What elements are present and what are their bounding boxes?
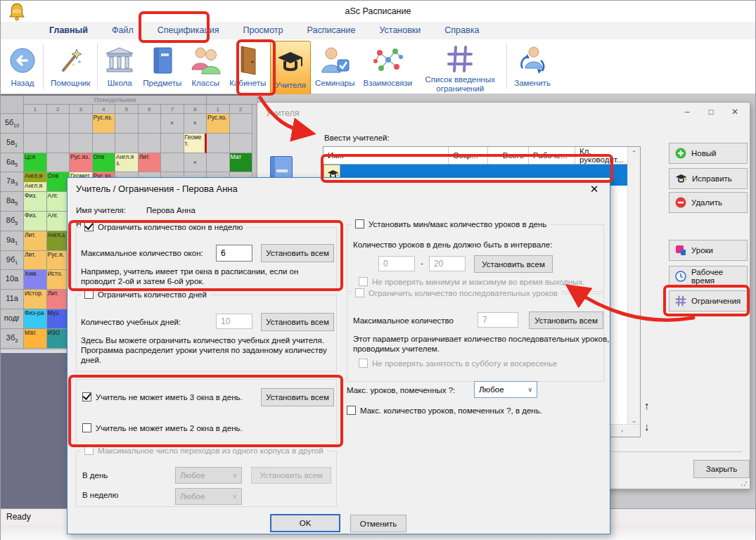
timetable-cell[interactable]: Англ.яз. xyxy=(115,153,139,173)
column-header-1[interactable]: Имя xyxy=(323,147,449,164)
menu-item-1[interactable]: Главный xyxy=(37,22,100,39)
timetable-cell[interactable] xyxy=(115,114,139,134)
day-header-next xyxy=(207,96,258,105)
timetable-cell[interactable] xyxy=(230,134,253,153)
max-consecutive-label: Максимальное количество xyxy=(353,316,454,325)
timetable-cell[interactable] xyxy=(93,134,116,153)
minimize-icon[interactable]: – xyxy=(675,104,699,120)
toolbar-classes-button[interactable]: Классы xyxy=(186,39,225,94)
timetable-cell[interactable] xyxy=(47,153,70,173)
new-button[interactable]: Новый xyxy=(669,143,748,164)
toolbar-teachers-button[interactable]: Учителя xyxy=(270,41,311,96)
move-up-button[interactable]: ↑ xyxy=(644,399,650,411)
ok-button[interactable]: OK xyxy=(270,514,340,532)
toolbar-replace-button[interactable]: Заменить xyxy=(510,39,555,94)
toolbar-wizard-button[interactable]: Помощник xyxy=(46,39,94,94)
scroll-up-icon[interactable]: ⌃ xyxy=(628,147,640,159)
limit-windows-week-checkbox[interactable] xyxy=(84,222,94,231)
minmax-checkbox[interactable] xyxy=(355,219,364,229)
cancel-button[interactable]: Отменить xyxy=(350,515,406,532)
teachers-table-header[interactable]: ИмяСокр...ВсегоРабоче...Кл. руководит...… xyxy=(323,147,640,165)
move-down-button[interactable]: ↓ xyxy=(644,420,650,432)
timetable-cell[interactable]: Лит. xyxy=(139,153,162,173)
timetable-cell[interactable] xyxy=(70,114,93,134)
maximize-icon[interactable]: □ xyxy=(699,104,723,120)
constraints-button[interactable]: Ограничения xyxy=(669,290,748,311)
timetable-cell[interactable]: Лит. xyxy=(24,231,47,251)
timetable-cell[interactable]: Геомет. xyxy=(184,134,207,153)
max-windows-input[interactable] xyxy=(216,245,252,262)
timetable-cell[interactable] xyxy=(47,114,70,134)
timetable-cell[interactable] xyxy=(115,134,139,153)
replace-icon xyxy=(518,42,546,79)
timetable-cell[interactable]: Физ. xyxy=(24,192,47,212)
lessons-button[interactable]: Уроки xyxy=(669,240,748,261)
apply-all-minmax-button[interactable]: Установить всем xyxy=(474,255,553,273)
toolbar-seminars-button[interactable]: Семинары xyxy=(311,39,359,94)
timetable-cell[interactable]: × xyxy=(184,114,207,134)
toolbar-constraints-list-button[interactable]: Список введенных ограничений xyxy=(416,39,504,94)
toolbar-classrooms-button[interactable]: Кабинеты xyxy=(225,39,270,94)
timetable-cell[interactable] xyxy=(161,153,184,173)
vertical-scrollbar[interactable]: ⌃ ⌄ xyxy=(627,147,640,426)
close-icon[interactable]: ✕ xyxy=(723,104,747,120)
column-header-3[interactable]: Всего xyxy=(488,147,529,164)
timetable-cell[interactable]: Физ. xyxy=(24,212,47,231)
toolbar-subjects-button[interactable]: Предметы xyxy=(139,39,186,94)
limit-days-checkbox[interactable] xyxy=(84,290,94,299)
resize-grip[interactable] xyxy=(741,480,748,487)
timetable-cell[interactable]: Хим. xyxy=(24,270,47,290)
timetable-cell[interactable]: Мат xyxy=(230,153,253,173)
no-3-windows-checkbox[interactable] xyxy=(82,392,91,401)
column-header-2[interactable]: Сокр... xyxy=(449,147,488,164)
no-2-windows-checkbox[interactable] xyxy=(82,423,91,432)
timetable-cell[interactable]: Истор. xyxy=(24,290,47,309)
menu-item-7[interactable]: Справка xyxy=(433,22,491,39)
marked-per-day-checkbox[interactable] xyxy=(347,406,356,415)
menu-item-6[interactable]: Установки xyxy=(367,22,433,39)
menu-item-2[interactable]: Файл xyxy=(100,22,146,39)
menu-item-5[interactable]: Расписание xyxy=(295,22,368,39)
timetable-cell[interactable] xyxy=(207,134,230,153)
timetable-cell[interactable] xyxy=(139,134,162,153)
timetable-cell[interactable]: Рус.яз. xyxy=(70,153,93,173)
timetable-cell[interactable]: Рус.яз. xyxy=(207,114,230,134)
toolbar-school-button[interactable]: Школа xyxy=(101,39,139,94)
timetable-cell[interactable]: Лит. xyxy=(24,251,47,271)
column-header-4[interactable]: Рабоче... xyxy=(529,147,575,164)
wizard-icon xyxy=(58,42,83,79)
timetable-cell[interactable]: Англ.яАнгл.я xyxy=(24,172,47,192)
column-header-5[interactable]: Кл. руководит... xyxy=(575,147,632,164)
toolbar-relations-button[interactable]: Взаимосвязи xyxy=(359,39,416,94)
menu-item-3[interactable]: Спецификация xyxy=(146,22,231,39)
timetable-cell[interactable]: × xyxy=(184,153,207,173)
timetable-cell[interactable] xyxy=(70,134,93,153)
apply-all-windows-week-button[interactable]: Установить всем xyxy=(261,244,334,262)
timetable-cell[interactable] xyxy=(24,134,47,153)
timetable-cell[interactable] xyxy=(47,134,70,153)
marked-lessons-select[interactable]: Любое∨ xyxy=(474,381,537,398)
timetable-cell[interactable] xyxy=(161,134,184,153)
timetable-cell[interactable]: × xyxy=(161,114,184,134)
edit-button[interactable]: Исправить xyxy=(669,168,748,189)
timetable-cell[interactable]: Мат. xyxy=(24,329,47,349)
timetable-cell[interactable] xyxy=(207,153,230,173)
toolbar-back-button[interactable]: Назад xyxy=(5,39,40,94)
timetable-cell[interactable]: Цся xyxy=(24,153,47,173)
timetable-cell[interactable] xyxy=(139,114,162,134)
scroll-right-icon[interactable]: › xyxy=(616,425,628,437)
apply-all-days-button[interactable]: Установить всем xyxy=(261,313,334,331)
apply-all-consecutive-button[interactable]: Установить всем xyxy=(529,311,603,329)
apply-all-windows-day-button[interactable]: Установить всем xyxy=(261,388,334,406)
timetable-cell[interactable] xyxy=(24,114,47,134)
timetable-cell[interactable] xyxy=(230,114,253,134)
timetable-cell[interactable]: Физ-ра xyxy=(24,309,47,329)
working-time-button[interactable]: Рабочее время xyxy=(669,266,748,287)
close-icon[interactable]: ✕ xyxy=(586,182,603,196)
delete-button[interactable]: Удалить xyxy=(669,192,748,213)
timetable-cell[interactable]: Опв xyxy=(93,153,116,173)
period-header: 3 xyxy=(70,105,93,114)
close-button[interactable]: Закрыть xyxy=(693,460,750,478)
timetable-cell[interactable]: Рус.яз. xyxy=(93,114,116,134)
menu-item-4[interactable]: Просмотр xyxy=(231,22,295,39)
